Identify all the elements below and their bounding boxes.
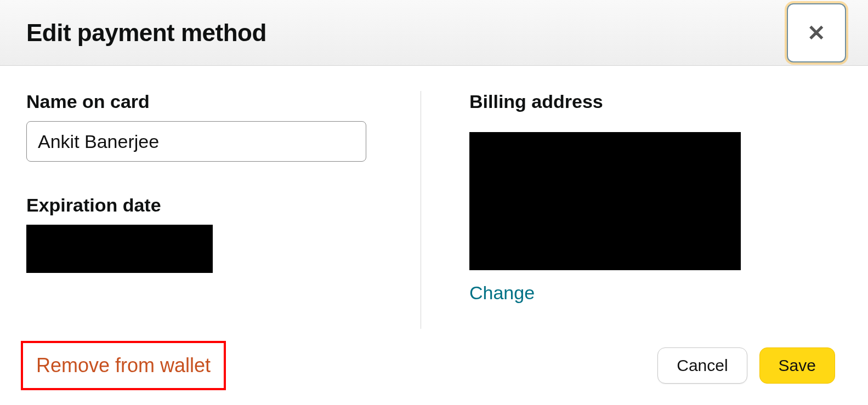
billing-address-label: Billing address	[469, 91, 842, 112]
modal-body: Name on card Expiration date Billing add…	[0, 66, 868, 329]
expiration-date-redacted	[26, 225, 213, 273]
modal-header: Edit payment method ✕	[0, 0, 868, 66]
name-on-card-input[interactable]	[26, 121, 366, 162]
close-icon: ✕	[807, 20, 826, 45]
modal-title: Edit payment method	[26, 19, 266, 47]
billing-address-column: Billing address Change	[421, 91, 842, 329]
billing-address-redacted	[469, 132, 741, 270]
remove-from-wallet-link[interactable]: Remove from wallet	[36, 354, 211, 377]
modal-footer: Remove from wallet Cancel Save	[0, 335, 868, 396]
expiration-date-label: Expiration date	[26, 195, 399, 216]
footer-actions: Cancel Save	[657, 347, 835, 384]
remove-highlight-box: Remove from wallet	[21, 341, 226, 390]
save-button[interactable]: Save	[759, 347, 835, 384]
cancel-button[interactable]: Cancel	[657, 347, 747, 384]
close-button[interactable]: ✕	[787, 3, 846, 62]
change-address-link[interactable]: Change	[469, 282, 535, 304]
name-on-card-label: Name on card	[26, 91, 399, 112]
card-details-column: Name on card Expiration date	[26, 91, 421, 329]
